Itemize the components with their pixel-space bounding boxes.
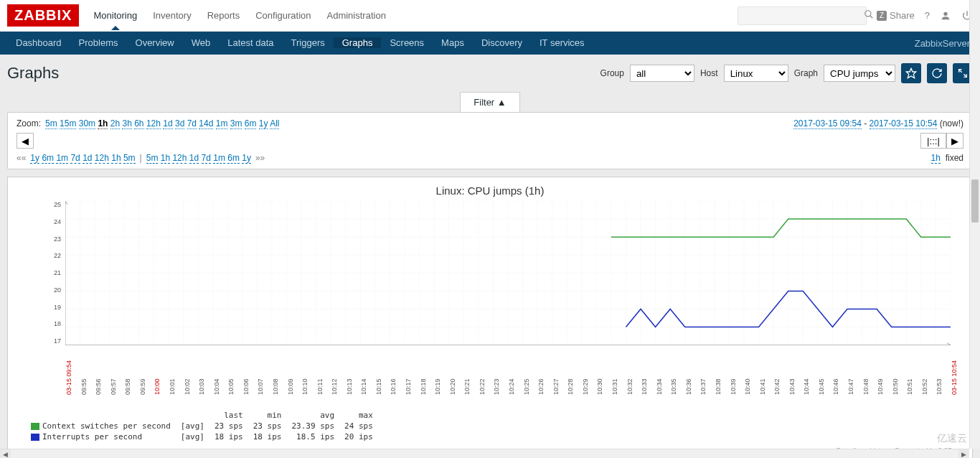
zoom-3h[interactable]: 3h xyxy=(122,118,131,129)
shift-right-6m[interactable]: 6m xyxy=(227,153,240,164)
zoom-5m[interactable]: 5m xyxy=(45,118,57,129)
sub-menu-problems[interactable]: Problems xyxy=(70,37,127,48)
x-tick: 09:56 xyxy=(95,378,102,395)
global-search[interactable] xyxy=(738,6,867,25)
top-menu: MonitoringInventoryReportsConfigurationA… xyxy=(93,1,738,29)
fixed-label: fixed xyxy=(946,153,963,163)
x-tick: 10:25 xyxy=(523,378,530,395)
nav-dots-button[interactable]: |:::| xyxy=(920,133,946,149)
shift-right-5m[interactable]: 5m xyxy=(146,153,159,164)
zoom-3d[interactable]: 3d xyxy=(175,118,184,129)
zoom-7d[interactable]: 7d xyxy=(187,118,197,129)
search-icon[interactable] xyxy=(864,9,874,22)
zoom-6h[interactable]: 6h xyxy=(134,118,143,129)
host-select[interactable]: Linux xyxy=(724,65,788,82)
x-tick: 10:34 xyxy=(656,378,663,395)
x-tick: 10:04 xyxy=(213,378,220,395)
vertical-scrollbar[interactable] xyxy=(969,0,980,449)
zoom-1d[interactable]: 1d xyxy=(163,118,172,129)
y-tick: 19 xyxy=(44,304,61,311)
zoom-All[interactable]: All xyxy=(270,118,279,129)
host-label: Host xyxy=(700,68,718,78)
x-tick: 10:16 xyxy=(390,378,397,395)
sub-menu-dashboard[interactable]: Dashboard xyxy=(7,37,70,48)
shift-right-12h[interactable]: 12h xyxy=(172,153,187,164)
sub-menu-maps[interactable]: Maps xyxy=(433,37,473,48)
zoom-30m[interactable]: 30m xyxy=(79,118,95,129)
scroll-thumb[interactable] xyxy=(971,179,979,223)
x-tick: 10:26 xyxy=(537,378,545,395)
sub-menu-graphs[interactable]: Graphs xyxy=(334,37,382,48)
x-tick: 09:55 xyxy=(80,378,88,395)
zoom-14d[interactable]: 14d xyxy=(199,118,213,129)
zoom-2h[interactable]: 2h xyxy=(110,118,120,129)
top-menu-administration[interactable]: Administration xyxy=(327,1,386,29)
shift-right-7d[interactable]: 7d xyxy=(202,153,211,164)
sub-menu-web[interactable]: Web xyxy=(183,37,220,48)
x-tick: 10:51 xyxy=(906,378,913,395)
top-menu-inventory[interactable]: Inventory xyxy=(153,1,191,29)
x-tick: 10:27 xyxy=(552,378,560,395)
sub-menu-it-services[interactable]: IT services xyxy=(531,37,593,48)
sub-menu-screens[interactable]: Screens xyxy=(381,37,433,48)
shift-left-5m[interactable]: 5m xyxy=(123,153,136,164)
refresh-button[interactable] xyxy=(927,63,947,83)
zoom-3m[interactable]: 3m xyxy=(230,118,242,129)
sub-menu-triggers[interactable]: Triggers xyxy=(283,37,334,48)
scroll-left-icon[interactable]: ◀ xyxy=(0,449,11,458)
shift-right-1m[interactable]: 1m xyxy=(213,153,225,164)
shift-left-1h[interactable]: 1h xyxy=(111,153,121,164)
top-menu-configuration[interactable]: Configuration xyxy=(255,1,311,29)
nav-prev-button[interactable]: ◀ xyxy=(17,133,34,149)
graph-container: Linux: CPU jumps (1h) 252423222120191817… xyxy=(0,177,980,458)
x-tick: 10:41 xyxy=(759,378,766,395)
sub-menu-latest-data[interactable]: Latest data xyxy=(219,37,282,48)
shift-left-1m[interactable]: 1m xyxy=(56,153,68,164)
top-menu-reports[interactable]: Reports xyxy=(207,1,240,29)
x-tick: 10:37 xyxy=(699,378,707,395)
x-tick: 10:17 xyxy=(405,378,412,395)
range-from[interactable]: 2017-03-15 09:54 xyxy=(793,118,862,129)
zoom-1m[interactable]: 1m xyxy=(216,118,228,129)
zoom-1y[interactable]: 1y xyxy=(259,118,268,129)
zoom-6m[interactable]: 6m xyxy=(245,118,257,129)
user-icon[interactable] xyxy=(940,10,951,22)
favorite-button[interactable] xyxy=(901,63,921,83)
x-tick: 10:07 xyxy=(257,378,264,395)
zoom-1h[interactable]: 1h xyxy=(98,118,108,129)
svg-point-0 xyxy=(865,11,871,17)
zoom-15m[interactable]: 15m xyxy=(60,118,76,129)
shift-left-1y[interactable]: 1y xyxy=(30,153,39,164)
sub-menu-overview[interactable]: Overview xyxy=(127,37,183,48)
filter-toggle[interactable]: Filter ▲ xyxy=(460,92,519,112)
nav-next-button[interactable]: ▶ xyxy=(946,133,963,149)
shift-left-12h[interactable]: 12h xyxy=(95,153,109,164)
help-icon[interactable]: ? xyxy=(925,10,930,21)
x-tick: 10:30 xyxy=(596,378,603,395)
shift-left-7d[interactable]: 7d xyxy=(70,153,80,164)
x-tick: 10:47 xyxy=(847,378,854,395)
fixed-range[interactable]: 1h xyxy=(931,153,941,164)
zoom-12h[interactable]: 12h xyxy=(146,118,161,129)
group-select[interactable]: all xyxy=(630,65,694,82)
share-link[interactable]: ZShare xyxy=(877,10,915,21)
shift-left-6m[interactable]: 6m xyxy=(42,153,54,164)
shift-right-1h[interactable]: 1h xyxy=(161,153,170,164)
logo[interactable]: ZABBIX xyxy=(7,4,79,27)
shift-right-1d[interactable]: 1d xyxy=(189,153,199,164)
x-tick: 10:03 xyxy=(198,378,205,395)
search-input[interactable] xyxy=(743,10,864,21)
graph-select[interactable]: CPU jumps xyxy=(824,65,895,82)
horizontal-scrollbar[interactable]: ◀ ▶ xyxy=(0,449,969,458)
top-menu-monitoring[interactable]: Monitoring xyxy=(93,1,137,29)
shift-left-1d[interactable]: 1d xyxy=(83,153,92,164)
x-tick: 10:15 xyxy=(375,378,382,395)
range-to[interactable]: 2017-03-15 10:54 xyxy=(870,118,938,129)
x-axis: 03-15 09:5409:5509:5609:5709:5809:5910:0… xyxy=(65,359,951,402)
x-tick: 10:33 xyxy=(641,378,648,395)
sub-menu-discovery[interactable]: Discovery xyxy=(473,37,531,48)
shift-right-1y[interactable]: 1y xyxy=(242,153,251,164)
scroll-right-icon[interactable]: ▶ xyxy=(958,449,969,458)
y-tick: 22 xyxy=(44,252,61,259)
x-tick: 10:05 xyxy=(227,378,235,395)
